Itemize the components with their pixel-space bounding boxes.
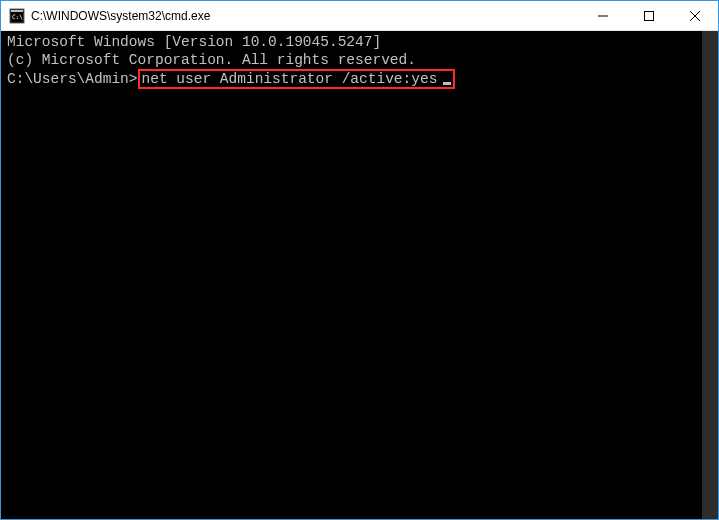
command-highlight: net user Administrator /active:yes — [138, 69, 456, 89]
terminal-scrollbar[interactable] — [702, 31, 718, 519]
minimize-button[interactable] — [580, 1, 626, 30]
window-controls — [580, 1, 718, 30]
window-title: C:\WINDOWS\system32\cmd.exe — [31, 9, 580, 23]
titlebar[interactable]: C:\ C:\WINDOWS\system32\cmd.exe — [1, 1, 718, 31]
scrollbar-thumb[interactable] — [702, 31, 718, 519]
text-cursor — [443, 82, 451, 85]
svg-text:C:\: C:\ — [12, 13, 23, 20]
svg-rect-1 — [11, 10, 23, 12]
close-button[interactable] — [672, 1, 718, 30]
maximize-button[interactable] — [626, 1, 672, 30]
cmd-icon: C:\ — [9, 8, 25, 24]
command-text: net user Administrator /active:yes — [142, 71, 438, 87]
prompt-line: C:\Users\Admin>net user Administrator /a… — [7, 69, 712, 89]
terminal-area[interactable]: Microsoft Windows [Version 10.0.19045.52… — [1, 31, 718, 519]
prompt-text: C:\Users\Admin> — [7, 71, 138, 87]
svg-rect-4 — [645, 11, 654, 20]
banner-line: Microsoft Windows [Version 10.0.19045.52… — [7, 33, 712, 51]
copyright-line: (c) Microsoft Corporation. All rights re… — [7, 51, 712, 69]
